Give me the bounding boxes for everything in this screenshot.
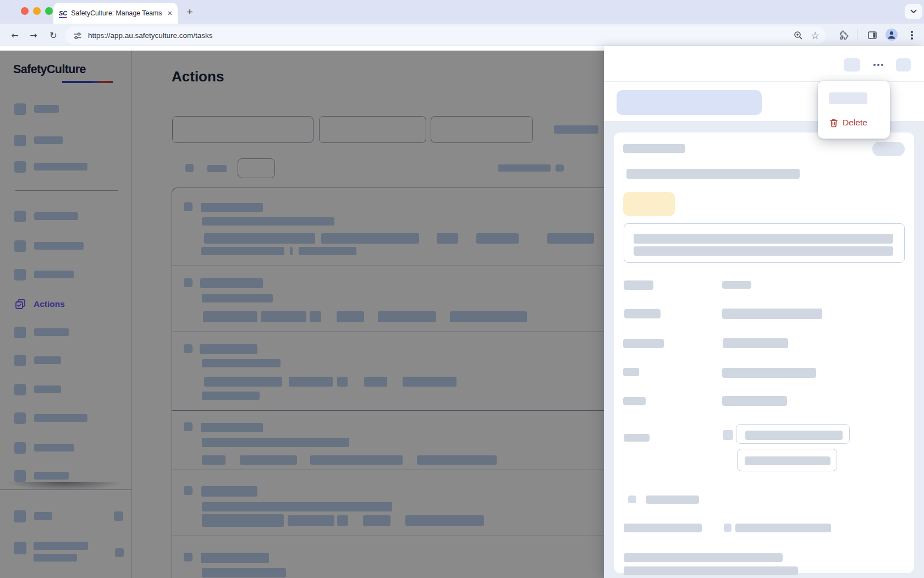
address-bar[interactable]: https://app.au.safetyculture.com/tasks	[65, 26, 826, 45]
footer-line-skeleton	[624, 566, 798, 575]
site-info-tune-icon[interactable]	[73, 31, 82, 41]
field-label-skeleton	[624, 280, 653, 290]
panel-title-skeleton[interactable]	[617, 90, 762, 115]
profile-avatar[interactable]	[886, 29, 898, 41]
menu-item-delete-label: Delete	[843, 118, 867, 128]
mac-zoom-button[interactable]	[45, 7, 53, 15]
mac-close-button[interactable]	[21, 7, 29, 15]
input-value-skeleton	[745, 456, 831, 465]
tab-search-chevron-button[interactable]	[905, 4, 922, 19]
menu-item-delete[interactable]: Delete	[822, 112, 886, 134]
tab-title: SafetyCulture: Manage Teams and...	[71, 9, 163, 17]
content-top-strip	[0, 46, 604, 51]
more-options-icon[interactable]	[873, 62, 884, 68]
description-line-skeleton	[634, 246, 893, 256]
close-tab-icon[interactable]: ×	[168, 9, 172, 18]
field-value-skeleton	[722, 368, 816, 378]
field-checkbox-skeleton[interactable]	[723, 430, 733, 440]
url-text: https://app.au.safetyculture.com/tasks	[88, 31, 213, 40]
forward-button[interactable]: →	[26, 28, 41, 42]
browser-menu-kebab-icon[interactable]	[909, 29, 915, 41]
field-value-skeleton	[722, 396, 787, 406]
assignee-input[interactable]	[736, 424, 850, 444]
new-tab-button[interactable]: +	[183, 5, 197, 19]
option-label-skeleton	[646, 496, 699, 504]
extensions-icon[interactable]	[838, 30, 849, 41]
field-label-skeleton	[623, 397, 646, 405]
assignee-input-secondary[interactable]	[737, 449, 837, 471]
trash-icon	[829, 118, 838, 128]
chevron-down-icon	[910, 9, 917, 14]
panel-close-button-skeleton[interactable]	[896, 58, 911, 71]
side-panel-icon[interactable]	[867, 30, 878, 41]
panel-header-button-skeleton[interactable]	[844, 58, 860, 71]
field-value-skeleton	[722, 281, 751, 289]
safetyculture-favicon: SC	[59, 10, 67, 16]
mac-minimize-button[interactable]	[33, 7, 41, 15]
field-label-skeleton	[624, 309, 661, 318]
menu-item-skeleton[interactable]	[829, 92, 867, 104]
back-button[interactable]: ←	[8, 28, 22, 42]
field-label-skeleton	[623, 339, 664, 348]
field-value-skeleton	[735, 524, 831, 532]
description-box[interactable]	[624, 223, 905, 263]
field-label-skeleton	[624, 524, 702, 532]
zoom-icon[interactable]	[793, 30, 804, 41]
field-value-skeleton	[722, 309, 822, 319]
footer-line-skeleton	[624, 553, 783, 562]
toolbar-separator	[857, 29, 857, 40]
field-checkbox-skeleton[interactable]	[724, 524, 732, 532]
title-line-skeleton	[626, 169, 800, 179]
input-value-skeleton	[745, 431, 843, 440]
person-icon	[886, 29, 898, 41]
priority-badge-skeleton[interactable]	[623, 192, 675, 216]
modal-scrim[interactable]	[0, 51, 604, 578]
field-label-skeleton	[623, 368, 639, 376]
option-checkbox-skeleton[interactable]	[628, 496, 636, 503]
section-label-skeleton	[623, 144, 685, 153]
field-label-skeleton	[624, 434, 650, 442]
status-pill-skeleton[interactable]	[872, 142, 905, 156]
reload-button[interactable]: ↻	[46, 28, 61, 42]
browser-tab-strip: SC SafetyCulture: Manage Teams and... × …	[0, 0, 924, 24]
field-value-skeleton	[723, 338, 788, 348]
browser-tab[interactable]: SC SafetyCulture: Manage Teams and... ×	[53, 3, 178, 24]
bookmark-star-icon[interactable]: ☆	[810, 29, 821, 42]
description-line-skeleton	[634, 234, 893, 244]
